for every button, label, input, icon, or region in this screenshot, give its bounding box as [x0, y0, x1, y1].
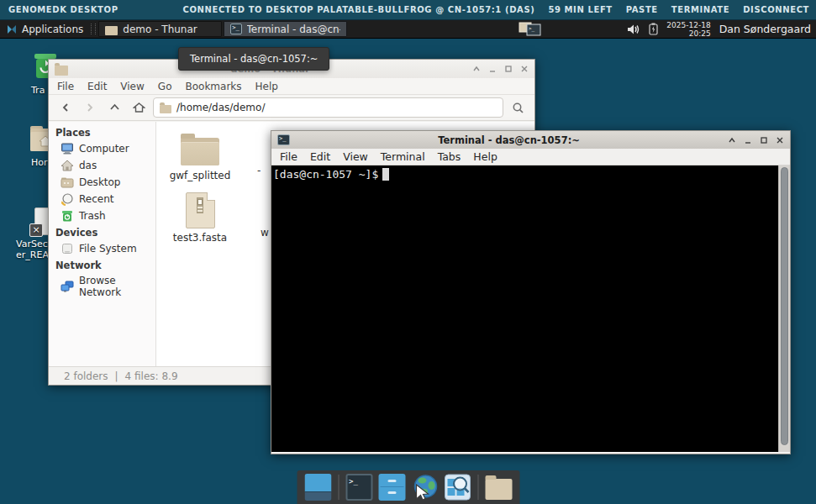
sidebar-item-label: das — [79, 160, 97, 171]
back-button[interactable] — [55, 98, 76, 117]
disconnect-button[interactable]: DISCONNECT — [743, 5, 809, 14]
error-badge-icon: × — [29, 223, 43, 237]
terminate-button[interactable]: TERMINATE — [671, 5, 729, 14]
sidebar-item-label: File System — [79, 243, 137, 255]
terminal-body[interactable]: [das@cn-1057 ~]$ — [271, 165, 790, 452]
maximize-button[interactable] — [504, 65, 513, 73]
recent-icon — [61, 192, 74, 206]
menu-tabs[interactable]: Tabs — [438, 150, 461, 163]
path-field[interactable]: /home/das/demo/ — [153, 97, 503, 118]
home-icon — [133, 102, 145, 113]
forward-button[interactable] — [80, 98, 100, 117]
sidebar-item-filesystem[interactable]: File System — [49, 240, 155, 257]
sidebar-header-network: Network — [49, 257, 155, 273]
web-browser-icon[interactable] — [411, 474, 438, 501]
folder-launcher-icon[interactable] — [485, 479, 512, 500]
chevron-right-icon — [85, 102, 95, 113]
minimize-button[interactable] — [744, 136, 752, 144]
desktop: GENOMEDK DESKTOP CONNECTED TO DESKTOP PA… — [0, 0, 816, 504]
taskbar-window-terminal[interactable]: >_ Terminal - das@cn-1... — [224, 21, 347, 37]
applications-icon — [6, 24, 18, 35]
menu-view[interactable]: View — [120, 81, 144, 92]
menu-file[interactable]: File — [280, 150, 297, 163]
taskbar-tooltip: Terminal - das@cn-1057:~ — [178, 47, 329, 71]
terminal-screen[interactable]: [das@cn-1057 ~]$ — [271, 165, 778, 452]
sidebar-item-label: Computer — [79, 143, 129, 155]
scrollbar-thumb[interactable] — [781, 167, 788, 445]
volume-icon[interactable] — [627, 24, 640, 35]
sidebar-item-trash[interactable]: Trash — [49, 207, 155, 224]
applications-menu-button[interactable]: Applications — [0, 20, 89, 38]
terminal-window-title: Terminal - das@cn-1057:~ — [295, 134, 723, 146]
menu-help[interactable]: Help — [473, 150, 497, 163]
desktop-folder-icon — [61, 176, 74, 189]
file-name: gwf_splitted — [170, 170, 231, 181]
window-switcher-icon[interactable]: >_ — [519, 22, 541, 36]
user-name-label: Dan Søndergaard — [719, 23, 811, 35]
menu-help[interactable]: Help — [255, 81, 278, 92]
file-name: test3.fasta — [173, 232, 227, 244]
sidebar-header-places: Places — [49, 124, 155, 140]
chevron-up-icon — [109, 102, 120, 113]
minimize-button[interactable] — [488, 65, 497, 73]
computer-icon — [61, 142, 74, 155]
search-button[interactable] — [508, 98, 528, 117]
shell-prompt: [das@cn-1057 ~]$ — [273, 168, 378, 181]
taskbar-window-thunar[interactable]: demo - Thunar — [98, 21, 222, 37]
folder-icon — [105, 26, 118, 35]
folder-icon — [181, 138, 219, 165]
sidebar-item-recent[interactable]: Recent — [49, 191, 155, 207]
chevron-left-icon — [61, 102, 71, 113]
menu-edit[interactable]: Edit — [87, 81, 107, 92]
shade-button[interactable] — [472, 65, 481, 73]
status-separator: | — [115, 370, 118, 382]
menu-bookmarks[interactable]: Bookmarks — [185, 81, 241, 92]
taskbar: Applications demo - Thunar >_ Terminal -… — [0, 20, 816, 39]
terminal-titlebar[interactable]: >_ Terminal - das@cn-1057:~ — [271, 131, 790, 149]
svg-text:>_: >_ — [529, 25, 535, 32]
maximize-button[interactable] — [760, 136, 768, 144]
clock-date: 2025-12-18 — [666, 21, 710, 29]
terminal-menubar: File Edit View Terminal Tabs Help — [271, 149, 790, 165]
menu-go[interactable]: Go — [158, 81, 172, 92]
shade-button[interactable] — [728, 136, 736, 144]
file-item-gwf-splitted[interactable]: gwf_splitted — [161, 132, 239, 181]
sidebar-item-das[interactable]: das — [49, 157, 155, 174]
terminal-scrollbar[interactable] — [778, 165, 790, 452]
app-finder-icon[interactable] — [444, 474, 471, 501]
menu-view[interactable]: View — [343, 150, 368, 163]
sidebar-item-label: Trash — [79, 210, 106, 222]
session-time-left: 59 MIN LEFT — [548, 5, 612, 14]
paste-button[interactable]: PASTE — [626, 5, 658, 14]
sidebar-item-label: Browse Network — [79, 275, 152, 298]
battery-icon[interactable] — [649, 23, 658, 35]
sidebar-item-label: Desktop — [79, 176, 121, 188]
terminal-cursor — [382, 168, 389, 181]
file-cabinet-icon[interactable] — [378, 474, 405, 501]
up-button[interactable] — [104, 98, 124, 117]
sidebar-item-computer[interactable]: Computer — [49, 140, 155, 157]
close-button[interactable] — [520, 65, 529, 73]
terminal-window: >_ Terminal - das@cn-1057:~ File Edit Vi… — [271, 130, 791, 454]
connection-status: CONNECTED TO DESKTOP PALATABLE-BULLFROG … — [183, 5, 535, 14]
home-icon — [61, 159, 74, 172]
close-button[interactable] — [776, 136, 784, 144]
thunar-sidebar: Places Computer das — [49, 122, 156, 366]
terminal-launcher-icon[interactable]: >_ — [345, 474, 372, 501]
network-icon — [61, 280, 74, 293]
menu-edit[interactable]: Edit — [310, 150, 330, 163]
show-desktop-icon[interactable] — [304, 474, 331, 501]
menu-file[interactable]: File — [57, 81, 74, 92]
sidebar-header-devices: Devices — [49, 224, 155, 240]
truncated-file-label: w — [261, 227, 269, 239]
sidebar-item-label: Recent — [79, 193, 113, 205]
file-item-test3-fasta[interactable]: test3.fasta — [161, 191, 239, 244]
tasklist-grip — [91, 24, 96, 34]
search-icon — [512, 102, 524, 114]
sidebar-item-browse-network[interactable]: Browse Network — [49, 273, 155, 300]
clock[interactable]: 2025-12-18 20:25 — [666, 21, 710, 38]
menu-terminal[interactable]: Terminal — [381, 150, 425, 163]
home-button[interactable] — [129, 98, 149, 117]
sidebar-item-desktop[interactable]: Desktop — [49, 174, 155, 191]
drive-icon — [61, 242, 74, 255]
